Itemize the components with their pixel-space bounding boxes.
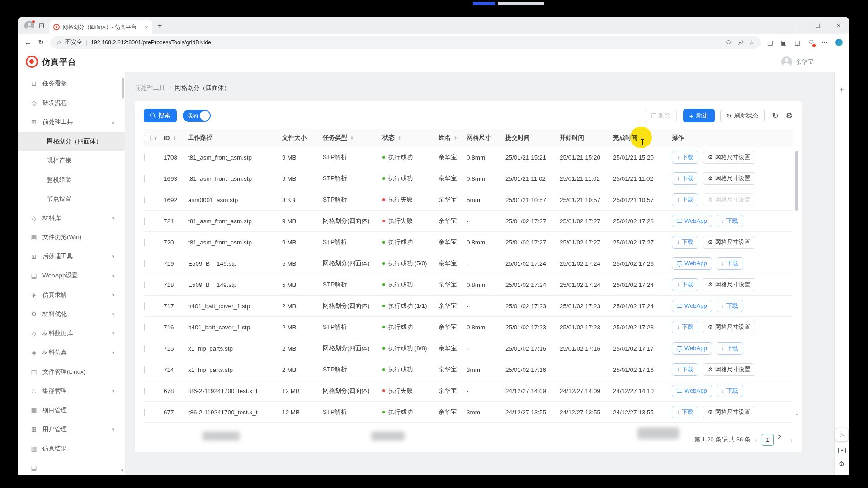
webapp-button[interactable]: WebApp [672, 342, 712, 355]
browser-essentials-icon[interactable]: ♡ [808, 39, 814, 46]
table-scrollbar[interactable] [795, 130, 798, 424]
reload-table-icon[interactable]: ↻ [772, 111, 778, 121]
sort-icon[interactable]: ▲▼ [350, 136, 354, 140]
prev-page-icon[interactable]: ‹ [755, 436, 757, 444]
more-menu-icon[interactable]: ⋯ [821, 39, 828, 46]
delete-button[interactable]: 删除 [645, 109, 677, 122]
select-all-checkbox[interactable] [144, 135, 151, 141]
breadcrumb-parent[interactable]: 前处理工具 [135, 84, 165, 92]
sidebar-item-post-process-tools[interactable]: 后处理工具∨ [18, 247, 125, 267]
column-header-type[interactable]: 任务类型▲▼ [323, 134, 382, 142]
sidebar-item-task-board[interactable]: 任务看板 [18, 74, 125, 94]
row-checkbox[interactable] [144, 345, 145, 352]
webapp-button[interactable]: WebApp [672, 300, 712, 312]
download-button[interactable]: ↓下载 [672, 151, 698, 164]
copilot-icon[interactable] [835, 39, 843, 46]
mesh-button[interactable]: ⚙网格尺寸设置 [703, 406, 755, 418]
select-dropdown-icon[interactable]: ∨ [154, 136, 157, 141]
download-button[interactable]: ↓下载 [672, 172, 698, 185]
page-button-1[interactable]: 1 [762, 434, 774, 446]
favorite-star-icon[interactable]: ☆ [750, 39, 755, 46]
download-button[interactable]: ↓下载 [717, 385, 743, 397]
screen-share-icon[interactable] [838, 448, 846, 453]
column-header-id[interactable]: ID▲▼ [164, 135, 188, 141]
rail-settings-gear-icon[interactable]: ⚙ [839, 460, 844, 468]
select-all-cell[interactable]: ∨ [144, 135, 164, 141]
tab-close-icon[interactable]: × [145, 24, 148, 31]
browser-profile-icon[interactable] [24, 21, 34, 31]
sidebar-item-project-manage[interactable]: 项目管理 [18, 401, 125, 420]
row-checkbox[interactable] [144, 197, 145, 203]
refresh-status-button[interactable]: ↻ 刷新状态 [720, 109, 765, 122]
mesh-button[interactable]: ⚙网格尺寸设置 [703, 363, 755, 376]
row-checkbox[interactable] [144, 324, 145, 331]
read-aloud-icon[interactable]: A) [738, 39, 743, 46]
sort-icon[interactable]: ▲▼ [398, 136, 401, 140]
minimize-button[interactable]: – [787, 17, 807, 34]
back-icon[interactable]: ← [24, 38, 32, 47]
close-button[interactable]: × [828, 17, 849, 34]
extensions-icon[interactable]: ◱ [794, 39, 800, 46]
sort-icon[interactable]: ▲▼ [173, 136, 176, 140]
sidebar-item-material-opt[interactable]: 材料优化∨ [18, 305, 125, 324]
sidebar-item-node-settings[interactable]: 节点设置 [18, 189, 125, 209]
row-checkbox[interactable] [144, 175, 145, 182]
reload-icon[interactable]: ↻ [38, 38, 44, 47]
sidebar-item-user-manage[interactable]: 用户管理∨ [18, 420, 125, 439]
row-checkbox[interactable] [144, 409, 145, 416]
column-header-status[interactable]: 状态▲▼ [382, 134, 439, 142]
sidebar-item-bolt-connection[interactable]: 螺栓连接 [18, 151, 125, 170]
sidebar-item-machine-assembly[interactable]: 整机组装 [18, 170, 125, 190]
webapp-button[interactable]: WebApp [672, 385, 712, 397]
mesh-button[interactable]: ⚙网格尺寸设置 [703, 151, 755, 164]
mesh-button[interactable]: ⚙网格尺寸设置 [703, 321, 755, 333]
row-checkbox[interactable] [144, 303, 145, 310]
maximize-button[interactable]: □ [807, 17, 828, 34]
mesh-button[interactable]: ⚙网格尺寸设置 [703, 236, 755, 249]
collections-icon[interactable]: ▣ [781, 39, 787, 46]
mine-toggle[interactable]: 我的 [183, 110, 211, 122]
row-checkbox[interactable] [144, 260, 145, 267]
sidebar-item-cluster-manage[interactable]: 集群管理∨ [18, 381, 125, 401]
browser-tab[interactable]: 网格划分（四面体）- 仿真平台 × [49, 20, 152, 34]
mesh-button[interactable]: ⚙网格尺寸设置 [703, 278, 755, 291]
new-tab-button[interactable]: + [158, 21, 162, 30]
download-button[interactable]: ↓下载 [672, 278, 698, 291]
webapp-button[interactable]: WebApp [672, 257, 712, 270]
sidebar-item-file-manage-linux[interactable]: 文件管理(Linux) [18, 362, 125, 382]
mesh-button[interactable]: ⚙网格尺寸设置 [703, 193, 755, 206]
table-settings-gear-icon[interactable]: ⚙ [786, 111, 793, 121]
sidebar-item-pre-process-tools[interactable]: 前处理工具∧ [18, 113, 125, 132]
sidebar-item-sim-results[interactable]: 仿真结果 [18, 439, 125, 459]
download-button[interactable]: ↓下载 [672, 363, 698, 376]
row-checkbox[interactable] [144, 239, 145, 246]
sidebar-item-webapp-settings[interactable]: WebApp设置∨ [18, 266, 125, 286]
rail-popup-button[interactable]: ▷ [835, 428, 848, 441]
user-menu[interactable]: 余华宝 [781, 56, 813, 67]
download-button[interactable]: ↓下载 [672, 236, 698, 249]
download-button[interactable]: ↓下载 [672, 321, 698, 333]
next-page-icon[interactable]: › [790, 436, 793, 444]
sidebar-item-material-lib[interactable]: 材料库∨ [18, 209, 125, 228]
split-screen-icon[interactable]: ◫ [767, 39, 773, 46]
download-button[interactable]: ↓下载 [717, 300, 743, 312]
sidebar-item-grid-divide-tetra[interactable]: 网格划分（四面体） [18, 132, 125, 151]
sidebar-item-sim-solve[interactable]: 仿真求解∨ [18, 286, 125, 305]
table-scrollbar-thumb[interactable] [795, 151, 798, 211]
mesh-button[interactable]: ⚙网格尺寸设置 [703, 172, 755, 185]
row-checkbox[interactable] [144, 154, 145, 161]
webapp-button[interactable]: WebApp [672, 215, 712, 227]
create-button[interactable]: + 新建 [683, 109, 715, 122]
password-icon[interactable] [726, 39, 732, 45]
table-scroll-down-icon[interactable]: ▼ [795, 413, 799, 417]
sort-icon[interactable]: ▲▼ [454, 136, 457, 140]
sidebar-scrollbar-thumb[interactable] [122, 78, 124, 99]
row-checkbox[interactable] [144, 282, 145, 288]
sidebar-item-material-sim[interactable]: 材料仿真∨ [18, 343, 125, 362]
sidebar-item-cutoff-item[interactable] [18, 458, 125, 475]
download-button[interactable]: ↓下载 [717, 257, 743, 270]
workspaces-icon[interactable]: ⊡ [39, 22, 45, 30]
row-checkbox[interactable] [144, 366, 145, 373]
search-button[interactable]: 搜索 [144, 109, 177, 122]
sidebar-item-file-browse-win[interactable]: 文件浏览(Win) [18, 228, 125, 247]
